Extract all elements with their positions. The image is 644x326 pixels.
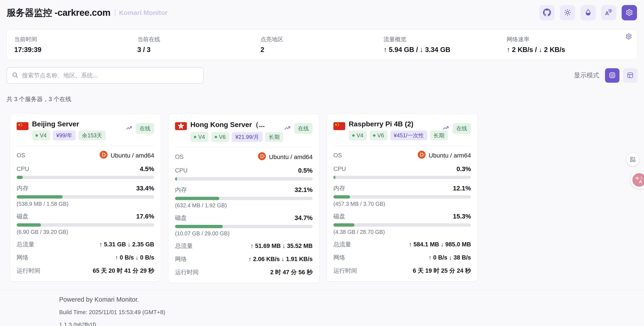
uptime-value: 2 时 47 分 56 秒 [270,268,312,276]
traffic-label: 总流量 [334,240,351,248]
memory-row: 内存33.4% [17,184,154,192]
stat-regions: 点亮地区 2 [260,36,384,54]
cn-flag-icon [334,122,345,130]
os-text: Ubuntu / arm64 [429,152,471,159]
trending-up-icon[interactable] [126,125,132,132]
gear-icon [626,37,632,40]
cpu-progress-bar [17,176,154,179]
tag-label: V4 [198,134,205,140]
tag-label: 长期 [269,133,280,141]
disk-detail: (4.38 GB / 28.70 GB) [334,229,471,235]
stat-label: 当前时间 [14,36,137,43]
stat-value: 17:39:39 [14,46,137,54]
ubuntu-icon [100,151,108,160]
card-title-block: Hong Kong Server（... V4 V6 ¥21.99/月 长期 [190,120,282,142]
network-label: 网络 [334,254,345,261]
server-card[interactable]: Beijing Server V4 ¥99/年 余153天 在线 OS Ubun… [10,114,161,281]
uptime-value: 6 天 19 时 25 分 24 秒 [413,267,471,275]
tag-v6: V6 [211,132,229,142]
toolbar: 显示模式 [6,67,638,84]
disk-progress-bar [17,223,154,227]
hk-flag-icon [175,122,187,130]
network-value: ↑ 2.06 KB/s ↓ 1.91 KB/s [248,256,312,263]
disk-percent: 17.6% [136,213,154,220]
tag-label: ¥99/年 [56,132,72,139]
online-status-badge: 在线 [294,123,312,134]
os-value: Ubuntu / arm64 [418,151,471,160]
widgets-fab-button[interactable] [626,153,639,166]
network-row: 网络↑ 2.06 KB/s ↓ 1.91 KB/s [175,255,312,263]
cpu-label: CPU [175,167,188,174]
sun-icon [564,9,572,17]
github-button[interactable] [539,5,555,20]
tag-long-term: 长期 [265,132,283,142]
stat-value: ↑ 2 KB/s / ↓ 2 KB/s [507,46,630,54]
cpu-percent: 4.5% [140,166,154,173]
memory-progress-bar [17,195,154,199]
traffic-row: 总流量↑ 5.31 GB ↓ 2.35 GB [17,240,154,248]
green-dot-icon [194,136,196,138]
memory-percent: 33.4% [136,185,154,192]
memory-percent: 12.1% [453,185,471,192]
tag-label: V6 [219,134,226,140]
card-status: 在线 [442,120,471,134]
overview-settings-button[interactable] [626,33,632,40]
stat-value: ↑ 5.94 GB / ↓ 3.34 GB [384,46,507,54]
network-row: 网络↑ 0 B/s ↓ 0 B/s [17,254,154,261]
cpu-percent: 0.3% [456,166,471,173]
traffic-label: 总流量 [175,242,193,250]
memory-progress-fill [334,195,350,199]
uptime-label: 运行时间 [17,267,40,275]
theme-toggle-button[interactable] [560,5,575,20]
search-box[interactable] [6,67,204,84]
os-value: Ubuntu / amd64 [258,152,312,162]
server-name: Beijing Server [32,120,123,128]
translate-icon: 中A [632,173,644,187]
os-value: Ubuntu / amd64 [100,151,154,160]
stat-current-time: 当前时间 17:39:39 [14,36,137,54]
server-card[interactable]: Raspberry Pi 4B (2) V4 V6 ¥451/一次性 长期 在线… [326,114,478,281]
color-theme-button[interactable] [580,5,596,20]
stat-label: 当前在线 [137,36,260,43]
cpu-row: CPU0.3% [334,166,471,173]
page-title: 服务器监控 -carkree.com [6,7,110,19]
powered-by-text: Powered by Komari Monitor. [59,296,644,303]
search-input[interactable] [22,72,198,79]
green-dot-icon [373,134,376,137]
disk-detail: (6.90 GB / 39.20 GB) [17,229,154,235]
stat-network-speed: 网络速率 ↑ 2 KB/s / ↓ 2 KB/s [507,36,630,54]
memory-percent: 32.1% [294,186,312,194]
disk-row: 磁盘15.3% [334,212,471,220]
tag-label: V4 [356,132,364,139]
server-name: Hong Kong Server（... [190,120,282,130]
cpu-progress-bar [175,177,312,181]
server-card[interactable]: Hong Kong Server（... V4 V6 ¥21.99/月 长期 在… [168,114,319,283]
network-label: 网络 [175,255,187,263]
green-dot-icon [215,136,217,138]
svg-text:A: A [639,179,642,184]
traffic-value: ↑ 584.1 MB ↓ 985.0 MB [409,241,471,248]
settings-button[interactable] [622,5,637,20]
server-tags: V4 ¥99/年 余153天 [32,130,123,140]
card-header: Raspberry Pi 4B (2) V4 V6 ¥451/一次性 长期 在线 [334,120,471,140]
grid-view-button[interactable] [605,68,620,83]
table-view-button[interactable] [623,68,638,83]
tag-label: V6 [378,132,384,139]
uptime-row: 运行时间65 天 20 时 41 分 29 秒 [17,267,154,275]
os-row: OS Ubuntu / arm64 [334,151,471,160]
trending-up-icon[interactable] [442,125,449,132]
memory-label: 内存 [175,186,187,194]
uptime-value: 65 天 20 时 41 分 29 秒 [93,267,154,275]
trending-up-icon[interactable] [284,125,291,132]
uptime-label: 运行时间 [334,267,357,275]
card-header: Hong Kong Server（... V4 V6 ¥21.99/月 长期 在… [175,120,312,142]
stat-value: 2 [260,46,384,54]
tag-label: ¥21.99/月 [235,133,259,141]
memory-progress-fill [17,195,63,199]
cpu-label: CPU [334,166,346,173]
language-button[interactable]: A字 [601,5,616,20]
card-title-block: Raspberry Pi 4B (2) V4 V6 ¥451/一次性 长期 [349,120,440,140]
droplet-icon [584,9,592,17]
disk-progress-fill [17,223,41,227]
cpu-progress-bar [334,176,471,179]
